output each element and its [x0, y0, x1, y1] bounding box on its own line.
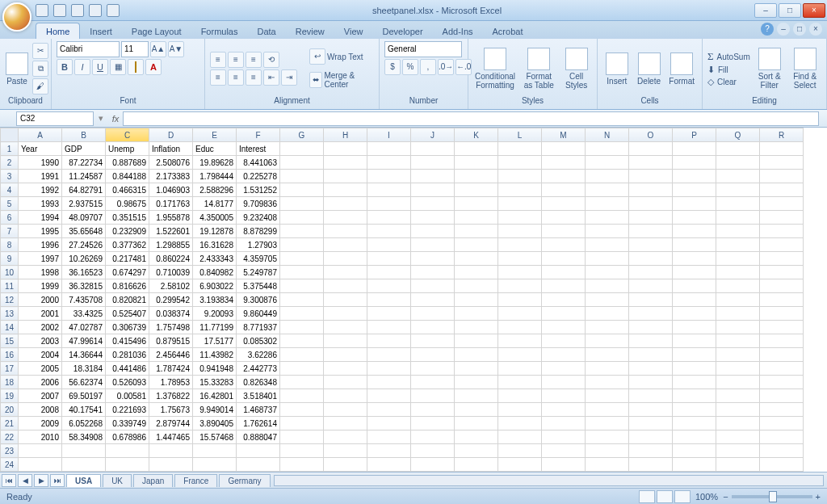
- cell[interactable]: [673, 307, 716, 321]
- sheet-nav-first[interactable]: ⏮: [2, 474, 16, 487]
- cell[interactable]: 0.674297: [106, 266, 149, 279]
- inc-decimal-button[interactable]: .0→: [438, 59, 454, 75]
- cell[interactable]: [716, 321, 760, 334]
- cell[interactable]: 1993: [19, 197, 62, 211]
- cell[interactable]: [673, 417, 716, 430]
- cell[interactable]: 4.359705: [237, 252, 280, 266]
- tab-view[interactable]: View: [334, 23, 373, 39]
- percent-button[interactable]: %: [402, 59, 418, 75]
- cell[interactable]: [455, 348, 498, 362]
- cell[interactable]: [673, 293, 716, 307]
- cell[interactable]: [542, 252, 586, 266]
- cell[interactable]: [760, 307, 804, 321]
- cell[interactable]: [280, 183, 324, 197]
- cell[interactable]: 9.232408: [237, 211, 280, 225]
- cell[interactable]: [367, 156, 411, 170]
- cell[interactable]: [367, 458, 411, 472]
- cell[interactable]: [193, 458, 237, 472]
- sheet-nav-prev[interactable]: ◀: [18, 474, 32, 487]
- cell[interactable]: 1.798444: [193, 170, 237, 183]
- cell[interactable]: [586, 430, 629, 444]
- cell[interactable]: [324, 293, 367, 307]
- save-icon[interactable]: [36, 4, 48, 17]
- row-header-18[interactable]: 18: [1, 376, 19, 389]
- cell[interactable]: [411, 334, 455, 348]
- cell[interactable]: 0.038374: [149, 307, 193, 321]
- row-header-5[interactable]: 5: [1, 197, 19, 211]
- cell[interactable]: 1999: [19, 279, 62, 293]
- cell[interactable]: [586, 307, 629, 321]
- cell[interactable]: 19.12878: [193, 225, 237, 238]
- cell[interactable]: 47.99614: [62, 334, 106, 348]
- cell[interactable]: 0.299542: [149, 293, 193, 307]
- cell[interactable]: 0.281036: [106, 348, 149, 362]
- cell[interactable]: [367, 472, 411, 472]
- cell[interactable]: 2005: [19, 362, 62, 376]
- cell[interactable]: [629, 307, 673, 321]
- fill-color-button[interactable]: [128, 59, 144, 75]
- cell[interactable]: 0.678986: [106, 430, 149, 444]
- cell[interactable]: [237, 472, 280, 472]
- cell[interactable]: [367, 142, 411, 156]
- cell[interactable]: 0.217481: [106, 252, 149, 266]
- cell[interactable]: [106, 472, 149, 472]
- cell[interactable]: 58.34908: [62, 430, 106, 444]
- row-header-7[interactable]: 7: [1, 225, 19, 238]
- cell[interactable]: [586, 156, 629, 170]
- cell[interactable]: 1.75673: [149, 403, 193, 417]
- cell[interactable]: [760, 293, 804, 307]
- cell[interactable]: [280, 307, 324, 321]
- cell[interactable]: [280, 293, 324, 307]
- cell[interactable]: [498, 458, 542, 472]
- cell[interactable]: 1.046903: [149, 183, 193, 197]
- col-header-L[interactable]: L: [498, 128, 542, 142]
- cell[interactable]: [542, 430, 586, 444]
- accounting-button[interactable]: $: [384, 59, 401, 75]
- cell[interactable]: [411, 293, 455, 307]
- cell[interactable]: Inflation: [149, 142, 193, 156]
- format-cells-button[interactable]: Format: [666, 43, 697, 94]
- cell[interactable]: 0.085302: [237, 334, 280, 348]
- zoom-level[interactable]: 100%: [695, 492, 718, 502]
- cell[interactable]: [324, 211, 367, 225]
- cell[interactable]: [411, 458, 455, 472]
- cell[interactable]: 14.36644: [62, 348, 106, 362]
- cell[interactable]: [760, 142, 804, 156]
- cell[interactable]: [455, 389, 498, 403]
- cell[interactable]: [760, 170, 804, 183]
- col-header-R[interactable]: R: [760, 128, 804, 142]
- cell[interactable]: [411, 142, 455, 156]
- row-header-3[interactable]: 3: [1, 170, 19, 183]
- cell[interactable]: 2003: [19, 334, 62, 348]
- cell[interactable]: [673, 279, 716, 293]
- cell[interactable]: [673, 444, 716, 458]
- cell[interactable]: [149, 472, 193, 472]
- cell[interactable]: [411, 307, 455, 321]
- minimize-button[interactable]: –: [754, 3, 777, 18]
- cell[interactable]: 0.860224: [149, 252, 193, 266]
- cell[interactable]: [455, 376, 498, 389]
- cell[interactable]: 9.860449: [237, 307, 280, 321]
- cell[interactable]: 2.588296: [193, 183, 237, 197]
- cell[interactable]: [498, 334, 542, 348]
- cell[interactable]: [280, 252, 324, 266]
- cell[interactable]: 15.57468: [193, 430, 237, 444]
- cell[interactable]: [673, 197, 716, 211]
- underline-button[interactable]: U: [92, 59, 108, 75]
- cell[interactable]: [498, 376, 542, 389]
- cell[interactable]: 69.50197: [62, 389, 106, 403]
- cell[interactable]: [629, 389, 673, 403]
- cell[interactable]: [455, 458, 498, 472]
- col-header-J[interactable]: J: [411, 128, 455, 142]
- cell[interactable]: 1.78953: [149, 376, 193, 389]
- cell[interactable]: [542, 444, 586, 458]
- cell[interactable]: [411, 444, 455, 458]
- cell[interactable]: [542, 197, 586, 211]
- cell[interactable]: [673, 170, 716, 183]
- cell[interactable]: 18.3184: [62, 362, 106, 376]
- cell[interactable]: [629, 238, 673, 252]
- cell[interactable]: 11.43982: [193, 348, 237, 362]
- cell[interactable]: 0.171763: [149, 197, 193, 211]
- cell[interactable]: 0.526093: [106, 376, 149, 389]
- cell[interactable]: [367, 417, 411, 430]
